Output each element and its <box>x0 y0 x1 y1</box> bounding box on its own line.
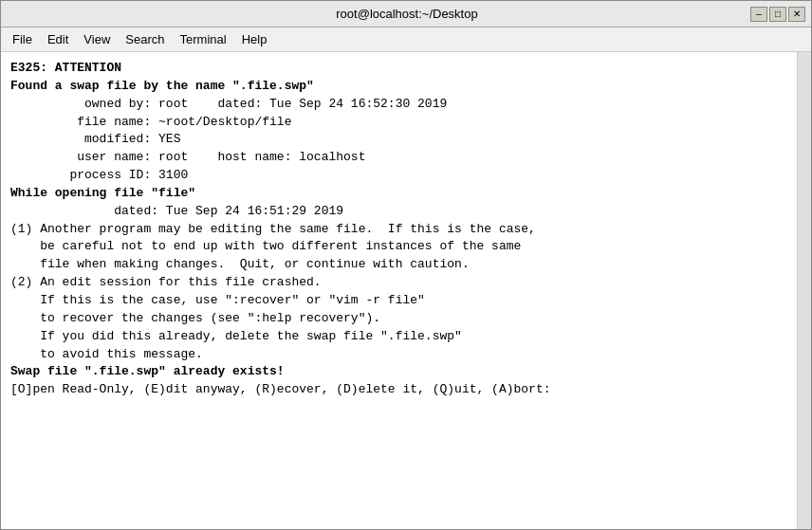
terminal-line: to avoid this message. <box>10 346 786 364</box>
menu-item-terminal[interactable]: Terminal <box>173 30 234 48</box>
title-bar: root@localhost:~/Desktop – □ ✕ <box>1 1 811 27</box>
menu-item-edit[interactable]: Edit <box>40 30 76 48</box>
terminal-line: E325: ATTENTION <box>10 60 786 78</box>
maximize-button[interactable]: □ <box>769 7 786 22</box>
terminal-line: (2) An edit session for this file crashe… <box>10 274 786 292</box>
terminal-line: (1) Another program may be editing the s… <box>10 221 786 239</box>
terminal-line: file when making changes. Quit, or conti… <box>10 256 786 274</box>
close-button[interactable]: ✕ <box>788 7 805 22</box>
terminal-line: Swap file ".file.swp" already exists! <box>10 363 786 381</box>
terminal-line: user name: root host name: localhost <box>10 149 786 167</box>
menu-bar: FileEditViewSearchTerminalHelp <box>1 27 811 52</box>
menu-item-file[interactable]: File <box>5 30 40 48</box>
scrollbar[interactable] <box>797 52 811 529</box>
menu-item-help[interactable]: Help <box>234 30 275 48</box>
menu-item-view[interactable]: View <box>76 30 118 48</box>
terminal-body[interactable]: E325: ATTENTIONFound a swap file by the … <box>1 52 811 529</box>
terminal-line: owned by: root dated: Tue Sep 24 16:52:3… <box>10 96 786 114</box>
terminal-content: E325: ATTENTIONFound a swap file by the … <box>10 60 786 399</box>
window-title: root@localhost:~/Desktop <box>64 7 750 21</box>
terminal-line: be careful not to end up with two differ… <box>10 238 786 256</box>
terminal-line: If this is the case, use ":recover" or "… <box>10 292 786 310</box>
menu-item-search[interactable]: Search <box>118 30 172 48</box>
terminal-line: [O]pen Read-Only, (E)dit anyway, (R)ecov… <box>10 381 786 399</box>
terminal-line: dated: Tue Sep 24 16:51:29 2019 <box>10 203 786 221</box>
terminal-line: modified: YES <box>10 131 786 149</box>
terminal-line: While opening file "file" <box>10 185 786 203</box>
terminal-line: process ID: 3100 <box>10 167 786 185</box>
terminal-line: to recover the changes (see ":help recov… <box>10 310 786 328</box>
terminal-line: Found a swap file by the name ".file.swp… <box>10 78 786 96</box>
minimize-button[interactable]: – <box>750 7 767 22</box>
window-controls: – □ ✕ <box>750 7 805 22</box>
terminal-line: file name: ~root/Desktop/file <box>10 114 786 132</box>
terminal-line: If you did this already, delete the swap… <box>10 328 786 346</box>
terminal-window: root@localhost:~/Desktop – □ ✕ FileEditV… <box>0 0 812 530</box>
